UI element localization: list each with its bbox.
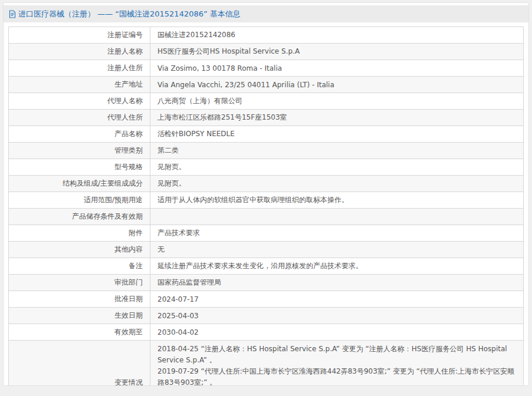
row-value: 延续注册产品技术要求未发生变化，沿用原核发的产品技术要求。 xyxy=(150,258,524,275)
table-row: 注册人住所Via Zosimo, 13 00178 Roma - Italia xyxy=(9,60,524,77)
row-label: 备注 xyxy=(9,258,150,275)
table-row: 审批部门国家药品监督管理局 xyxy=(9,275,524,291)
page-header: 进口医疗器械（注册） —— “国械注进20152142086” 基本信息 xyxy=(4,5,528,22)
row-value: 国械注进20152142086 xyxy=(150,27,524,44)
row-label: 批准日期 xyxy=(9,291,150,308)
row-label: 型号规格 xyxy=(9,159,150,176)
table-row: 代理人住所上海市松江区乐都路251号15F座1503室 xyxy=(9,110,524,126)
page: 进口医疗器械（注册） —— “国械注进20152142086” 基本信息 注册证… xyxy=(0,0,532,396)
row-label: 其他内容 xyxy=(9,242,150,258)
row-label: 有效期至 xyxy=(9,324,150,341)
row-value: 适用于从人体内的软组织器官中获取病理组织的取标本操作。 xyxy=(150,192,524,209)
row-label: 产品名称 xyxy=(9,126,150,143)
row-value: 2024-07-17 xyxy=(150,291,524,308)
row-value: HS医疗服务公司HS Hospital Service S.p.A xyxy=(150,44,524,60)
table-row: 其他内容无 xyxy=(9,242,524,258)
row-label: 注册人住所 xyxy=(9,60,150,77)
row-label: 生效日期 xyxy=(9,308,150,324)
row-value xyxy=(150,209,524,225)
row-value: 见附页。 xyxy=(150,176,524,192)
row-label: 适用范围/预期用途 xyxy=(9,192,150,209)
row-label: 代理人名称 xyxy=(9,93,150,110)
row-value: 八光商贸（上海）有限公司 xyxy=(150,93,524,110)
page-title: 进口医疗器械（注册） —— “国械注进20152142086” 基本信息 xyxy=(18,9,241,19)
content-panel: 进口医疗器械（注册） —— “国械注进20152142086” 基本信息 注册证… xyxy=(3,2,529,386)
table-row: 备注延续注册产品技术要求未发生变化，沿用原核发的产品技术要求。 xyxy=(9,258,524,275)
table-row: 附件产品技术要求 xyxy=(9,225,524,242)
table-row: 批准日期2024-07-17 xyxy=(9,291,524,308)
table-row: 结构及组成/主要组成成分见附页。 xyxy=(9,176,524,192)
row-value: 无 xyxy=(150,242,524,258)
row-value: 上海市松江区乐都路251号15F座1503室 xyxy=(150,110,524,126)
row-value: 2025-04-03 xyxy=(150,308,524,324)
change-record-line: 2019-07-29 “代理人住所:中国上海市长宁区淮海西路442弄83号903… xyxy=(157,366,517,386)
row-value: 见附页。 xyxy=(150,159,524,176)
table-row: 代理人名称八光商贸（上海）有限公司 xyxy=(9,93,524,110)
row-value: 第二类 xyxy=(150,143,524,159)
row-label: 附件 xyxy=(9,225,150,242)
row-value: 产品技术要求 xyxy=(150,225,524,242)
row-value: 国家药品监督管理局 xyxy=(150,275,524,291)
table-row: 型号规格见附页。 xyxy=(9,159,524,176)
table-row: 管理类别第二类 xyxy=(9,143,524,159)
row-label: 审批部门 xyxy=(9,275,150,291)
row-value: 2030-04-02 xyxy=(150,324,524,341)
row-label: 生产地址 xyxy=(9,77,150,93)
row-label: 变更情况 xyxy=(9,341,150,387)
row-label: 注册人名称 xyxy=(9,44,150,60)
row-value: 2018-04-25 “注册人名称：HS Hospital Service S.… xyxy=(150,341,524,387)
row-label: 产品储存条件及有效期 xyxy=(9,209,150,225)
row-label: 代理人住所 xyxy=(9,110,150,126)
change-record-line: 2018-04-25 “注册人名称：HS Hospital Service S.… xyxy=(157,344,517,366)
table-row: 产品储存条件及有效期 xyxy=(9,209,524,225)
row-label: 管理类别 xyxy=(9,143,150,159)
table-row: 生产地址Via Angela Vacchi, 23/25 04011 April… xyxy=(9,77,524,93)
table-row: 变更情况2018-04-25 “注册人名称：HS Hospital Servic… xyxy=(9,341,524,387)
row-value: Via Zosimo, 13 00178 Roma - Italia xyxy=(150,60,524,77)
row-value: Via Angela Vacchi, 23/25 04011 Aprilia (… xyxy=(150,77,524,93)
row-label: 注册证编号 xyxy=(9,27,150,44)
row-label: 结构及组成/主要组成成分 xyxy=(9,176,150,192)
table-row: 有效期至2030-04-02 xyxy=(9,324,524,341)
info-table: 注册证编号国械注进20152142086注册人名称HS医疗服务公司HS Hosp… xyxy=(8,27,524,386)
table-row: 注册人名称HS医疗服务公司HS Hospital Service S.p.A xyxy=(9,44,524,60)
table-row: 注册证编号国械注进20152142086 xyxy=(9,27,524,44)
table-row: 生效日期2025-04-03 xyxy=(9,308,524,324)
row-value: 活检针BIOPSY NEEDLE xyxy=(150,126,524,143)
table-row: 适用范围/预期用途适用于从人体内的软组织器官中获取病理组织的取标本操作。 xyxy=(9,192,524,209)
table-row: 产品名称活检针BIOPSY NEEDLE xyxy=(9,126,524,143)
document-icon xyxy=(9,10,16,18)
